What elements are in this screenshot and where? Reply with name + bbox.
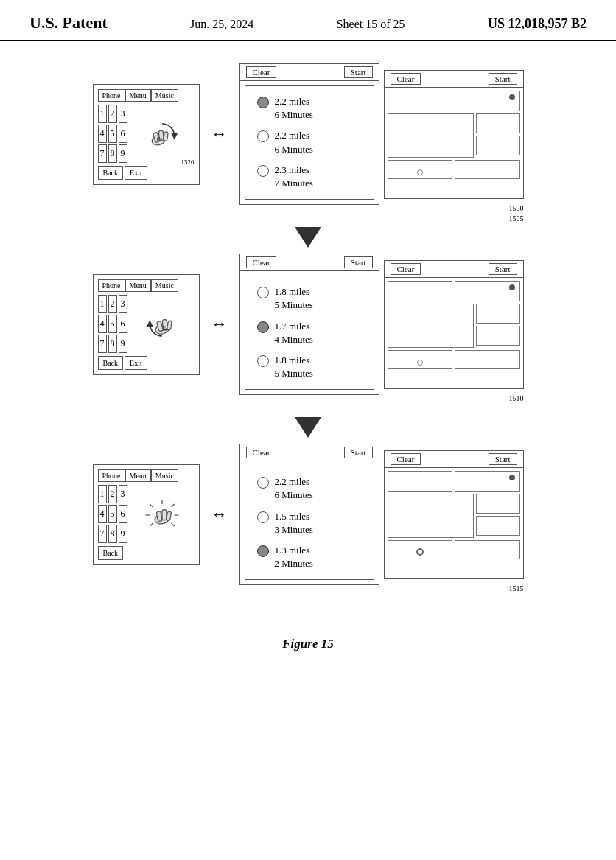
phone-tab-3[interactable]: Phone xyxy=(98,469,125,482)
map-start-3[interactable]: Start xyxy=(489,453,517,465)
map-panel-header-3: Clear Start xyxy=(385,451,523,468)
key-1-3[interactable]: 1 xyxy=(98,485,107,503)
map-start-2[interactable]: Start xyxy=(489,263,517,275)
nav-item-1-1: 2.2 miles6 Minutes xyxy=(257,95,362,122)
key-3-3[interactable]: 3 xyxy=(119,485,127,503)
arrow-down-shape-2 xyxy=(295,417,321,438)
key-3[interactable]: 3 xyxy=(119,105,127,123)
radio-2-3[interactable] xyxy=(257,355,269,367)
map-cell-tr-3 xyxy=(455,471,520,492)
radio-1-3[interactable] xyxy=(257,165,269,177)
patent-assignee: U.S. Patent xyxy=(29,13,108,32)
menu-tab-2[interactable]: Menu xyxy=(125,279,151,292)
back-btn-3[interactable]: Back xyxy=(98,546,124,560)
nav-header-3: Clear Start xyxy=(240,444,379,461)
map-container-2: Clear Start xyxy=(384,260,524,389)
ref-1515: 1515 xyxy=(509,584,524,592)
radio-3-3[interactable] xyxy=(257,545,269,557)
key-9-2[interactable]: 9 xyxy=(119,335,127,353)
map-cell-tr-1 xyxy=(455,91,520,111)
nav-item-3-2: 1.5 miles3 Minutes xyxy=(257,510,362,536)
map-col-right-1 xyxy=(476,113,520,158)
phone-tab[interactable]: Phone xyxy=(98,89,125,102)
key-9[interactable]: 9 xyxy=(119,144,127,163)
keypad-1: Phone Menu Music 1 2 3 4 5 6 7 8 9 xyxy=(93,84,200,185)
svg-text:Ok: Ok xyxy=(161,326,167,332)
radio-3-1[interactable] xyxy=(257,477,269,489)
keypad-grid-2: 1 2 3 4 5 6 7 8 9 xyxy=(98,295,127,353)
map-container-1: Clear Start xyxy=(384,70,524,199)
clear-btn-1[interactable]: Clear xyxy=(246,66,277,78)
radio-3-2[interactable] xyxy=(257,511,269,523)
start-btn-1[interactable]: Start xyxy=(344,66,373,78)
diagram-row-2: Phone Menu Music 1 2 3 4 5 6 7 8 9 xyxy=(29,254,587,395)
map-start-1[interactable]: Start xyxy=(489,73,517,85)
gesture-press-3 xyxy=(140,497,184,534)
nav-text-3-2: 1.5 miles3 Minutes xyxy=(275,510,313,536)
radio-1-2[interactable] xyxy=(257,130,269,142)
map-cell-tl-3 xyxy=(388,471,453,492)
map-dot-bottom-3 xyxy=(416,548,424,556)
map-container-3: Clear Start xyxy=(384,450,524,579)
clear-btn-3[interactable]: Clear xyxy=(246,447,277,458)
key-5-2[interactable]: 5 xyxy=(108,315,117,333)
key-7[interactable]: 7 xyxy=(98,144,107,163)
patent-sheet: Sheet 15 of 25 xyxy=(337,18,405,31)
nav-list-3: 2.2 miles6 Minutes 1.5 miles3 Minutes 1.… xyxy=(251,471,368,575)
nav-text-3-1: 2.2 miles6 Minutes xyxy=(275,475,313,502)
key-8[interactable]: 8 xyxy=(108,144,117,163)
key-2-3[interactable]: 2 xyxy=(108,485,117,503)
key-1[interactable]: 1 xyxy=(98,105,107,123)
menu-tab[interactable]: Menu xyxy=(125,89,151,102)
patent-number: US 12,018,957 B2 xyxy=(488,16,587,32)
music-tab-2[interactable]: Music xyxy=(151,279,178,292)
clear-btn-2[interactable]: Clear xyxy=(246,256,277,268)
keypad-3: Phone Menu Music 1 2 3 4 5 6 7 8 9 xyxy=(93,464,200,565)
phone-tab-2[interactable]: Phone xyxy=(98,279,125,292)
exit-btn-2[interactable]: Exit xyxy=(125,356,147,370)
key-1-2[interactable]: 1 xyxy=(98,295,107,313)
map-body-1 xyxy=(385,88,523,198)
key-6[interactable]: 6 xyxy=(119,125,127,143)
key-6-3[interactable]: 6 xyxy=(119,505,127,523)
key-5[interactable]: 5 xyxy=(108,125,117,143)
ref-1505: 1505 xyxy=(509,214,524,223)
figure-caption: Figure 15 xyxy=(282,637,333,651)
nav-text-3-3: 1.3 miles2 Minutes xyxy=(275,544,313,570)
nav-item-3-1: 2.2 miles6 Minutes xyxy=(257,475,362,502)
key-8-3[interactable]: 8 xyxy=(108,525,117,543)
radio-2-1[interactable] xyxy=(257,287,269,298)
nav-text-1-1: 2.2 miles6 Minutes xyxy=(275,95,313,122)
map-clear-1[interactable]: Clear xyxy=(391,73,421,85)
key-2[interactable]: 2 xyxy=(108,105,117,123)
map-cell-mr2-1 xyxy=(476,136,520,155)
key-7-3[interactable]: 7 xyxy=(98,525,107,543)
start-btn-3[interactable]: Start xyxy=(344,447,373,458)
nav-item-3-3: 1.3 miles2 Minutes xyxy=(257,544,362,570)
key-4[interactable]: 4 xyxy=(98,125,107,143)
map-panel-1: Clear Start xyxy=(384,70,524,199)
key-4-3[interactable]: 4 xyxy=(98,505,107,523)
key-7-2[interactable]: 7 xyxy=(98,335,107,353)
radio-2-2[interactable] xyxy=(257,321,269,333)
svg-line-15 xyxy=(150,523,153,526)
start-btn-2[interactable]: Start xyxy=(344,256,373,268)
map-clear-3[interactable]: Clear xyxy=(391,453,421,465)
key-3-2[interactable]: 3 xyxy=(119,295,127,313)
key-9-3[interactable]: 9 xyxy=(119,525,127,543)
key-2-2[interactable]: 2 xyxy=(108,295,117,313)
music-tab[interactable]: Music xyxy=(151,89,178,102)
radio-1-1[interactable] xyxy=(257,97,269,108)
key-6-2[interactable]: 6 xyxy=(119,315,127,333)
music-tab-3[interactable]: Music xyxy=(151,469,178,482)
key-4-2[interactable]: 4 xyxy=(98,315,107,333)
exit-btn-1[interactable]: Exit xyxy=(125,166,147,180)
map-clear-2[interactable]: Clear xyxy=(391,263,421,275)
map-cell-mr1-1 xyxy=(476,113,520,133)
menu-tab-3[interactable]: Menu xyxy=(125,469,151,482)
key-8-2[interactable]: 8 xyxy=(108,335,117,353)
back-btn-2[interactable]: Back xyxy=(98,356,124,370)
back-btn-1[interactable]: Back xyxy=(98,166,124,180)
nav-panel-2: Clear Start 1.8 miles5 Minutes 1.7 miles… xyxy=(239,254,379,395)
key-5-3[interactable]: 5 xyxy=(108,505,117,523)
